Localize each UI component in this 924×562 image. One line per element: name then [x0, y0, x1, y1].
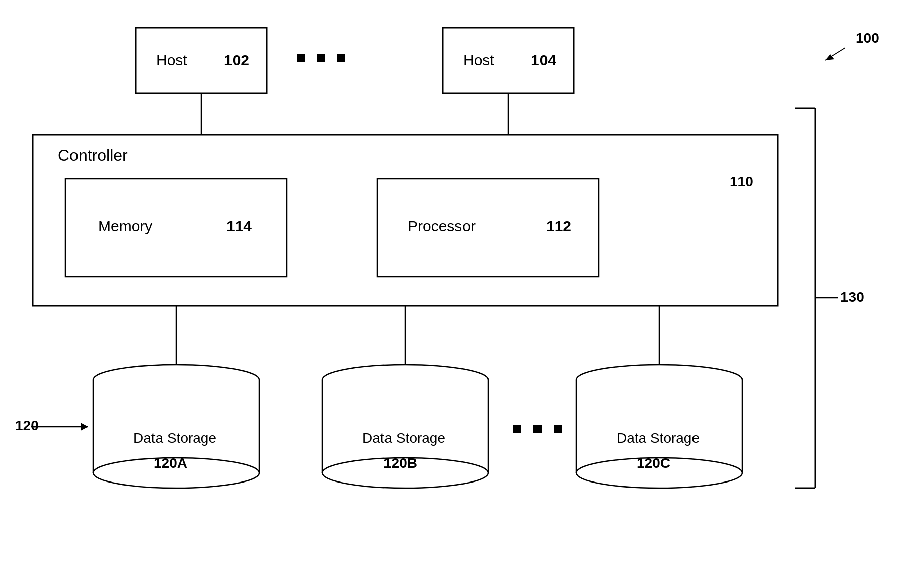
dot3 — [337, 54, 345, 62]
host2-label: Host — [463, 52, 494, 68]
diagram-container: 100 Host 102 Host 104 Controller 110 Mem… — [0, 0, 924, 562]
processor-label: Processor — [408, 218, 476, 234]
storage-dot3 — [554, 425, 562, 433]
memory-id: 114 — [226, 218, 252, 234]
storage2-id: 120B — [383, 455, 417, 471]
controller-id: 110 — [730, 174, 753, 189]
storage2-label: Data Storage — [362, 430, 445, 446]
bracket-label: 130 — [840, 289, 864, 305]
storage3-label: Data Storage — [617, 430, 700, 446]
host1-label: Host — [156, 52, 187, 68]
dot2 — [317, 54, 325, 62]
storage-arrow-head — [81, 423, 88, 431]
host2-id: 104 — [531, 52, 556, 68]
dot1 — [297, 54, 305, 62]
storage-arrow-label: 120 — [15, 418, 39, 433]
host1-id: 102 — [224, 52, 249, 68]
controller-label: Controller — [58, 146, 128, 165]
memory-label: Memory — [98, 218, 152, 234]
storage1-id: 120A — [153, 455, 187, 471]
storage-dot1 — [513, 425, 521, 433]
storage3-id: 120C — [637, 455, 670, 471]
storage1-label: Data Storage — [133, 430, 216, 446]
figure-number: 100 — [856, 30, 879, 46]
processor-id: 112 — [546, 218, 571, 234]
storage-dot2 — [533, 425, 542, 433]
